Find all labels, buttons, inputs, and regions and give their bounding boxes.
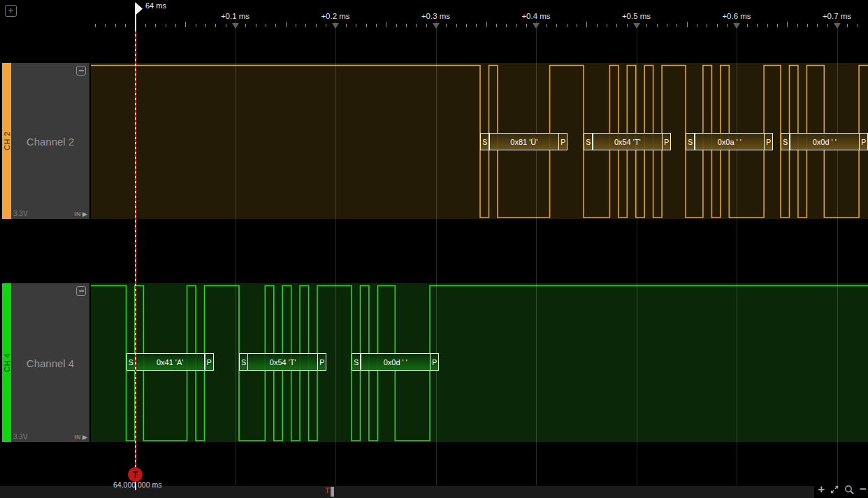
ruler-tick-label: +0.1 ms bbox=[221, 12, 249, 20]
uart-stop-bit-box: P bbox=[205, 353, 214, 371]
voltage-label: 3.3V bbox=[13, 433, 28, 441]
ruler-tick bbox=[717, 24, 718, 27]
ruler-tick bbox=[205, 24, 206, 27]
ruler-tick bbox=[256, 24, 256, 27]
uart-data-byte-box: 0x41 'A' bbox=[135, 353, 205, 371]
input-direction-label: IN bbox=[75, 211, 81, 218]
ruler-tick bbox=[316, 24, 317, 27]
ruler-tick bbox=[275, 24, 276, 27]
uart-start-bit-box: S bbox=[126, 353, 136, 371]
ruler-tick bbox=[196, 24, 196, 27]
gridline bbox=[536, 21, 537, 485]
major-tick-icon bbox=[633, 23, 640, 29]
fit-screen-button[interactable] bbox=[830, 485, 839, 495]
channel-panel[interactable]: Channel 23.3VIN ▶ bbox=[11, 63, 89, 219]
collapse-button[interactable] bbox=[76, 66, 86, 76]
ruler-tick-label: +0.3 ms bbox=[421, 12, 450, 20]
channel-panel[interactable]: Channel 43.3VIN ▶ bbox=[11, 283, 89, 442]
uart-start-bit-box: S bbox=[480, 133, 489, 150]
ruler-tick bbox=[476, 24, 477, 27]
ruler-tick bbox=[175, 24, 176, 27]
ruler-tick bbox=[356, 24, 356, 27]
ruler-tick bbox=[486, 22, 487, 27]
ruler-tick bbox=[406, 24, 407, 27]
ruler-tick-label: +0.6 ms bbox=[722, 12, 751, 20]
trigger-marker[interactable]: T bbox=[128, 467, 143, 482]
cursor-line bbox=[135, 481, 136, 490]
zoom-tool-button[interactable] bbox=[844, 485, 855, 495]
uart-start-bit-box: S bbox=[781, 133, 790, 150]
ruler-tick bbox=[516, 24, 517, 27]
ruler-tick bbox=[858, 24, 858, 27]
zoom-in-button[interactable]: + bbox=[818, 484, 825, 495]
input-direction[interactable]: IN ▶ bbox=[75, 211, 87, 218]
zoom-controls: + − bbox=[818, 483, 867, 497]
channel-color-bar: CH 4 bbox=[2, 283, 11, 442]
ruler-tick bbox=[526, 24, 527, 27]
ruler-tick bbox=[95, 24, 96, 27]
ruler-tick bbox=[386, 22, 386, 27]
viewport-thumb[interactable] bbox=[331, 487, 334, 497]
ruler-tick bbox=[556, 24, 557, 27]
ruler-tick bbox=[697, 24, 697, 27]
ruler-tick bbox=[456, 24, 457, 27]
uart-start-bit-box: S bbox=[686, 133, 695, 150]
voltage-label: 3.3V bbox=[13, 210, 28, 218]
ruler-tick bbox=[266, 24, 266, 27]
major-tick-icon bbox=[834, 23, 841, 29]
ruler-tick bbox=[827, 24, 828, 27]
play-icon: ▶ bbox=[81, 211, 87, 218]
ruler-tick bbox=[627, 24, 628, 27]
major-tick-icon bbox=[332, 23, 339, 29]
ruler-tick bbox=[677, 24, 677, 27]
zoom-out-button[interactable]: − bbox=[860, 484, 867, 495]
fit-screen-icon bbox=[830, 485, 839, 495]
ruler-tick bbox=[326, 24, 326, 27]
ruler-tick bbox=[646, 24, 647, 27]
uart-stop-bit-box: P bbox=[662, 133, 671, 150]
ruler-tick-label: +0.2 ms bbox=[321, 12, 349, 20]
channel-name: Channel 4 bbox=[11, 357, 89, 369]
ruler-tick bbox=[597, 24, 598, 27]
ruler-tick bbox=[757, 24, 758, 27]
ruler-tick bbox=[215, 24, 216, 27]
ruler-tick bbox=[245, 24, 246, 27]
channel-badge: CH 4 bbox=[3, 353, 11, 372]
ruler-tick bbox=[466, 24, 467, 27]
ruler-tick bbox=[847, 24, 848, 27]
uart-stop-bit-box: P bbox=[558, 133, 567, 150]
major-tick-icon bbox=[533, 23, 540, 29]
ruler-tick bbox=[787, 22, 788, 27]
trigger-cursor-line[interactable] bbox=[135, 31, 136, 467]
gridline bbox=[436, 21, 437, 485]
ruler-tick bbox=[426, 24, 427, 27]
ruler-tick bbox=[797, 24, 798, 27]
ruler-tick bbox=[807, 24, 808, 27]
ruler-tick bbox=[125, 24, 126, 27]
input-direction-label: IN bbox=[75, 434, 81, 441]
ruler-tick-label: +0.7 ms bbox=[823, 12, 851, 20]
uart-start-bit-box: S bbox=[239, 353, 248, 371]
ruler-tick bbox=[305, 24, 306, 27]
minus-icon bbox=[79, 290, 84, 292]
ruler-tick bbox=[396, 24, 397, 27]
ruler-tick bbox=[657, 24, 658, 27]
major-tick-icon bbox=[733, 23, 740, 29]
input-direction[interactable]: IN ▶ bbox=[75, 434, 87, 441]
uart-start-bit-box: S bbox=[352, 353, 361, 371]
ruler-tick-label: +0.5 ms bbox=[622, 12, 651, 20]
trigger-flag-label: 64 ms bbox=[145, 1, 166, 10]
magnifier-icon bbox=[844, 485, 855, 495]
ruler-tick bbox=[496, 24, 497, 27]
ruler-tick bbox=[817, 24, 818, 27]
ruler-tick bbox=[105, 24, 106, 27]
trigger-flag-icon[interactable] bbox=[0, 0, 150, 17]
ruler-tick bbox=[667, 24, 667, 27]
ruler-tick bbox=[506, 24, 507, 27]
collapse-button[interactable] bbox=[76, 286, 86, 296]
ruler-tick bbox=[446, 24, 447, 27]
gridline bbox=[236, 21, 236, 485]
uart-data-byte-box: 0x0a ' ' bbox=[695, 133, 765, 150]
uart-stop-bit-box: P bbox=[859, 133, 868, 150]
ruler-tick bbox=[567, 24, 567, 27]
